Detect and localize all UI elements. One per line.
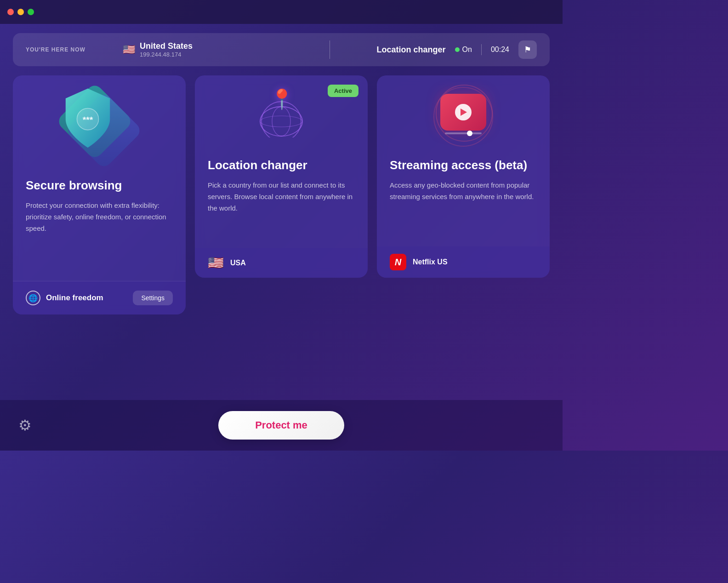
svg-point-2 — [260, 107, 302, 136]
svg-point-3 — [272, 107, 290, 136]
cards-container: *** Secure browsing Protect your connect… — [0, 75, 563, 314]
secure-icon-area: *** — [13, 75, 186, 167]
globe-container: 📍 — [256, 87, 307, 137]
minimize-button[interactable] — [17, 9, 24, 15]
location-content: Location changer Pick a country from our… — [195, 149, 368, 248]
secure-footer: 🌐 Online freedom Settings — [13, 281, 186, 314]
status-bar: YOU'RE HERE NOW 🇺🇸 United States 199.244… — [13, 33, 550, 66]
status-timer: 00:24 — [491, 46, 509, 54]
secure-browsing-card[interactable]: *** Secure browsing Protect your connect… — [13, 75, 186, 314]
location-description: Pick a country from our list and connect… — [208, 180, 355, 214]
close-button[interactable] — [7, 9, 14, 15]
connection-status: On — [455, 46, 472, 54]
status-divider — [330, 40, 330, 59]
shield-background: *** — [53, 85, 145, 158]
video-player-icon — [440, 94, 486, 131]
location-icon-area: 📍 Active — [195, 75, 368, 149]
streaming-access-card[interactable]: Streaming access (beta) Access any geo-b… — [377, 75, 550, 278]
active-badge: Active — [328, 85, 358, 97]
protect-me-button[interactable]: Protect me — [218, 411, 344, 440]
footer-mode: 🌐 Online freedom — [26, 291, 103, 305]
maximize-button[interactable] — [28, 9, 34, 15]
status-center: 🇺🇸 United States 199.244.48.174 — [123, 41, 317, 58]
status-text: On — [462, 46, 472, 54]
gear-icon[interactable]: ⚙ — [18, 417, 32, 434]
location-changer-card[interactable]: 📍 Active Location changer Pick a country… — [195, 75, 368, 278]
status-right: Location changer On 00:24 ⚑ — [343, 40, 537, 59]
usa-name: USA — [230, 259, 246, 267]
country-name: United States — [140, 41, 193, 51]
location-footer: 🇺🇸 USA — [195, 248, 368, 278]
svg-text:***: *** — [83, 115, 93, 125]
secure-content: Secure browsing Protect your connection … — [13, 167, 186, 281]
country-flag: 🇺🇸 — [123, 44, 135, 56]
play-button-icon — [455, 104, 472, 120]
secure-title: Secure browsing — [26, 178, 173, 193]
streaming-icon-wrapper — [440, 94, 486, 131]
streaming-footer: N Netflix US — [377, 246, 550, 278]
play-triangle — [461, 109, 467, 116]
flag-button[interactable]: ⚑ — [518, 40, 537, 59]
feature-label: Location changer — [377, 45, 446, 55]
on-dot — [455, 47, 460, 52]
country-ip: 199.244.48.174 — [140, 51, 193, 58]
status-divider-small — [481, 44, 482, 55]
netflix-name: Netflix US — [413, 258, 448, 266]
shield-icon: *** — [58, 85, 118, 154]
status-country: United States 199.244.48.174 — [140, 41, 193, 58]
globe-icon: 🌐 — [26, 291, 40, 305]
streaming-content: Streaming access (beta) Access any geo-b… — [377, 149, 550, 246]
streaming-description: Access any geo-blocked content from popu… — [390, 180, 537, 203]
video-progress-bar — [445, 132, 482, 134]
titlebar — [0, 0, 563, 24]
netflix-logo: N — [390, 254, 406, 270]
secure-description: Protect your connection with extra flexi… — [26, 200, 173, 234]
streaming-title: Streaming access (beta) — [390, 158, 537, 172]
mode-label: Online freedom — [46, 293, 103, 303]
video-slider-thumb — [467, 131, 472, 136]
location-title: Location changer — [208, 158, 355, 172]
usa-flag: 🇺🇸 — [208, 255, 224, 270]
svg-point-4 — [260, 116, 302, 127]
bottom-bar: ⚙ Protect me — [0, 400, 563, 451]
you-are-here-label: YOU'RE HERE NOW — [26, 46, 123, 53]
location-pin-icon: 📍 — [270, 88, 294, 110]
streaming-icon-area — [377, 75, 550, 149]
settings-button[interactable]: Settings — [133, 291, 173, 305]
